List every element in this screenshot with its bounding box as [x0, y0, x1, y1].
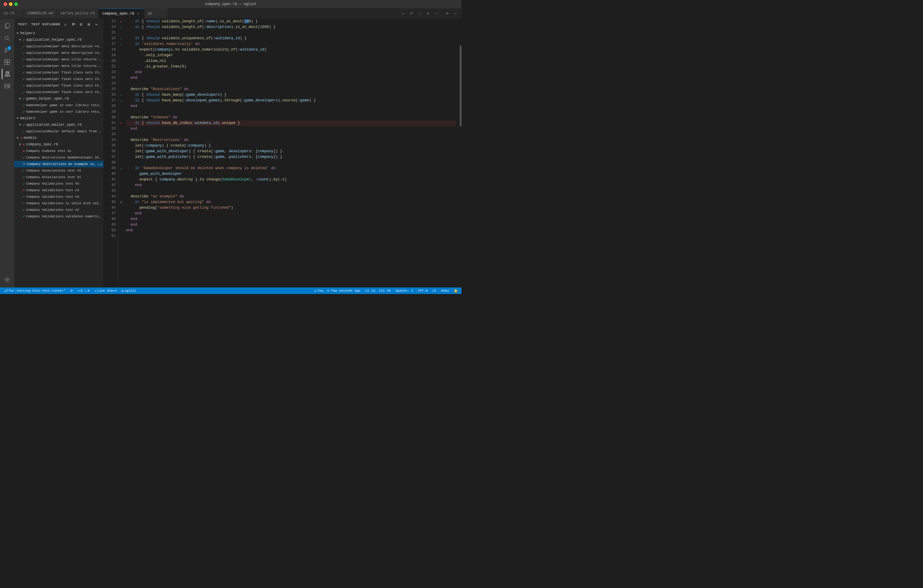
tab-series-policy[interactable]: series_policy.rb	[57, 8, 99, 18]
status-sync[interactable]: ⟳	[69, 287, 74, 294]
scroll-thumb[interactable]	[460, 46, 462, 126]
tab-action-debug[interactable]: ⟳	[408, 10, 415, 17]
scroll-track[interactable]	[458, 19, 462, 287]
collapse-tests-button[interactable]: ⊡	[78, 21, 84, 28]
activity-icon-test[interactable]	[2, 69, 13, 79]
maximize-button[interactable]	[14, 2, 18, 6]
tab-cy[interactable]: cy.rb	[0, 8, 24, 18]
tree-item-t20[interactable]: ✓ Company Validations is valid with vali…	[14, 200, 103, 207]
more-tests-button[interactable]: ⋯	[94, 21, 100, 28]
activity-icon-extensions[interactable]	[2, 57, 13, 67]
svg-point-15	[8, 84, 9, 85]
tree-item-t2[interactable]: ✓ ApplicationHelper meta description ret…	[14, 50, 103, 56]
source-control-badge: 1	[7, 46, 11, 50]
status-branch[interactable]: ⎇ for-testing-this-test-runner*	[2, 287, 67, 294]
status-line-ending[interactable]: LF	[431, 287, 437, 294]
tree-item-t17[interactable]: ✓ Company Validations test #5	[14, 181, 103, 187]
status-blame[interactable]: ↺ You, a few seconds ago	[313, 287, 361, 294]
gutter-30	[118, 115, 124, 120]
activity-icon-explorer[interactable]	[2, 21, 13, 32]
pass-icon: ✓	[23, 38, 25, 42]
tab-action-split[interactable]: ⬚	[416, 10, 424, 17]
code-line-47: end	[126, 211, 456, 217]
line-num-40: 40	[106, 171, 116, 177]
tab-action-menu[interactable]: ⋯	[452, 10, 459, 17]
tree-item-mailers[interactable]: ▼ mailers	[14, 115, 103, 122]
code-line-26: it { should have_many(:game_developers) …	[126, 92, 456, 98]
activity-icon-source-control[interactable]: 1	[2, 45, 13, 56]
svg-rect-10	[7, 62, 10, 65]
activity-icon-search[interactable]	[2, 33, 13, 44]
tree-item-t15[interactable]: ✓ Company Associations test #2	[14, 168, 103, 174]
tree-item-t16[interactable]: ✓ Company Associations test #1	[14, 174, 103, 181]
tree-item-t8[interactable]: ✓ ApplicationHelper flash class sets the…	[14, 89, 103, 95]
tree-item-t12[interactable]: ✕ Company Indexes test #1	[14, 148, 103, 154]
tree-item-t5[interactable]: ✓ ApplicationHelper flash class sets the…	[14, 69, 103, 76]
gutter-26: ✓	[118, 92, 124, 98]
minimize-button[interactable]	[9, 2, 13, 6]
tree-item-company-spec-file[interactable]: ▼ ✕ company_spec.rb	[14, 141, 103, 148]
tab-company-spec[interactable]: company_spec.rb ✕	[99, 8, 144, 18]
tree-item-t14[interactable]: ⟳ Company Destructions an example is imp…	[14, 161, 103, 168]
tree-item-t22[interactable]: ✓ Company Validations validates numerica…	[14, 213, 103, 220]
tree-item-t19[interactable]: ✓ Company Validations test #4	[14, 194, 103, 200]
tree-item-models[interactable]: ▼ ✕ models	[14, 135, 103, 141]
refresh-tests-button[interactable]: ⟳	[70, 21, 77, 28]
tree-item-app-helper-spec[interactable]: ▼ ✓ application_helper_spec.rb	[14, 36, 103, 43]
line-num-24: 24	[106, 81, 116, 87]
tree-item-t21[interactable]: ✓ Company Validations test #2	[14, 207, 103, 213]
tree-item-t18[interactable]: ✕ Company Validations test #3	[14, 187, 103, 194]
code-line-33	[126, 132, 456, 137]
status-language[interactable]: Ruby	[440, 287, 450, 294]
gutter-17: ✓	[118, 41, 124, 47]
activity-icon-remote[interactable]	[2, 80, 13, 91]
tree-item-t7[interactable]: ✓ ApplicationHelper flash class sets the…	[14, 82, 103, 89]
tree-item-t1[interactable]: ✓ ApplicationHelper meta description ret…	[14, 43, 103, 50]
pass-icon: ✓	[23, 194, 25, 199]
tab-action-more[interactable]: ⊡	[425, 10, 432, 17]
tab-cy-label: cy.rb	[3, 11, 14, 15]
gutter-14: ✓	[118, 25, 124, 30]
tree-item-t9[interactable]: ✓ GamesHelper game in user library retur…	[14, 102, 103, 108]
line-num-22: 22	[106, 69, 116, 75]
status-live-share[interactable]: ↗ Live Share	[93, 287, 118, 294]
tab-company-spec-close[interactable]: ✕	[136, 11, 140, 16]
code-line-17: it 'validates numerically' do	[126, 41, 456, 47]
line-num-28: 28	[106, 103, 116, 109]
line-num-29: 29	[106, 109, 116, 115]
code-editor[interactable]: it { should validate_length_of(:name).is…	[124, 19, 458, 287]
status-cursor[interactable]: Ln 13, Col 56	[364, 287, 392, 294]
gutter-32	[118, 126, 124, 132]
gutter-27: ✓	[118, 98, 124, 103]
status-spaces[interactable]: Spaces: 2	[394, 287, 414, 294]
tree-item-games-helper-spec[interactable]: ▼ ✓ games_helper_spec.rb	[14, 95, 103, 102]
code-line-41: expect { company.destroy }.to change(Gam…	[126, 177, 456, 182]
tree-item-helpers[interactable]: ▼ helpers	[14, 30, 103, 36]
tab-action-run[interactable]: ▷	[400, 10, 407, 17]
tree-item-t3[interactable]: ✓ ApplicationHelper meta title returns a…	[14, 56, 103, 63]
gutter-46	[118, 205, 124, 211]
line-num-23: 23	[106, 75, 116, 81]
open-test-icon[interactable]: ⊡	[100, 162, 102, 166]
sidebar-title: TEST: TEST EXPLORER	[18, 23, 60, 26]
status-bell[interactable]: 🔔	[453, 287, 459, 294]
tab-action-layout[interactable]: ⊞	[443, 10, 451, 17]
filter-tests-button[interactable]: ⊞	[85, 21, 92, 28]
tree-item-t4[interactable]: ✓ ApplicationHelper meta title returns a…	[14, 63, 103, 69]
tree-item-t11[interactable]: ✓ ApplicationMailer default email from t…	[14, 128, 103, 135]
status-encoding[interactable]: UTF-8	[417, 287, 429, 294]
tab-ga[interactable]: ga	[144, 8, 168, 18]
tab-changelog[interactable]: CHANGELOG.md	[24, 8, 57, 18]
status-extension[interactable]: ⊡ vglist	[120, 287, 137, 294]
run-test-icon[interactable]: ▷	[98, 162, 100, 166]
run-all-tests-button[interactable]: ▷	[62, 21, 69, 28]
tree-item-app-mailer-spec[interactable]: ▼ ✓ application_mailer_spec.rb	[14, 122, 103, 128]
tree-item-t6[interactable]: ✓ ApplicationHelper flash class sets the…	[14, 76, 103, 82]
activity-icon-settings[interactable]	[2, 274, 13, 285]
tab-action-overflow[interactable]: ⋯	[433, 10, 440, 17]
tree-item-t13[interactable]: ✓ Company Destructions GameDeveloper sho…	[14, 154, 103, 161]
close-button[interactable]	[3, 2, 7, 6]
tree-item-t10[interactable]: ✓ GamesHelper game in user library retur…	[14, 108, 103, 115]
error-icon: ✕	[23, 142, 25, 147]
status-errors[interactable]: ✕ 0 ⚠ 0	[76, 287, 90, 294]
